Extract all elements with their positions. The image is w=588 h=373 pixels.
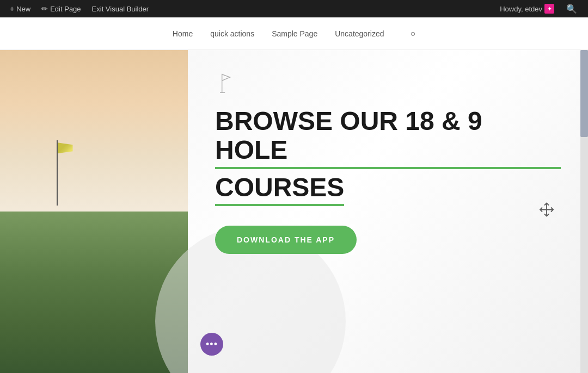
nav-home[interactable]: Home [173,29,193,38]
star-icon: ✦ [544,4,554,14]
sky-bg [0,50,188,228]
nav-bar: Home quick actions Sample Page Uncategor… [0,17,588,50]
flag-pole [57,140,58,206]
browse-heading: BROWSE OUR 18 & 9 HOLE COURSES [215,107,561,206]
admin-bar: + New ✏ Edit Page Exit Visual Builder Ho… [0,0,588,17]
nav-search-button[interactable]: ○ [410,29,415,39]
edit-page-button[interactable]: ✏ Edit Page [36,0,86,17]
new-button[interactable]: + New [4,0,36,17]
exit-visual-builder-button[interactable]: Exit Visual Builder [87,0,155,17]
nav-links: Home quick actions Sample Page Uncategor… [173,29,415,39]
heading-line2: COURSES [215,173,344,207]
content-panel: BROWSE OUR 18 & 9 HOLE COURSES DOWNLOAD … [188,50,588,373]
dots-symbol: ••• [206,339,218,350]
admin-bar-right: Howdy, etdev ✦ 🔍 [494,0,584,17]
pencil-icon: ✏ [41,4,48,13]
heading-line1: BROWSE OUR 18 & 9 HOLE [215,107,561,169]
plus-icon: + [10,4,14,13]
dots-menu-button[interactable]: ••• [200,333,223,356]
admin-search-button[interactable]: 🔍 [560,0,584,17]
nav-sample-page[interactable]: Sample Page [272,29,317,38]
flag-icon-top [215,72,561,96]
exit-label: Exit Visual Builder [92,5,149,13]
scrollbar[interactable] [580,50,588,373]
howdy-text: Howdy, etdev ✦ [494,0,560,17]
main-content: BROWSE OUR 18 & 9 HOLE COURSES DOWNLOAD … [0,50,588,373]
new-label: New [16,5,30,13]
scrollbar-thumb[interactable] [580,50,588,137]
nav-quick-actions[interactable]: quick actions [210,29,254,38]
nav-uncategorized[interactable]: Uncategorized [335,29,384,38]
download-app-button[interactable]: DOWNLOAD THE APP [215,226,357,254]
edit-page-label: Edit Page [50,5,81,13]
